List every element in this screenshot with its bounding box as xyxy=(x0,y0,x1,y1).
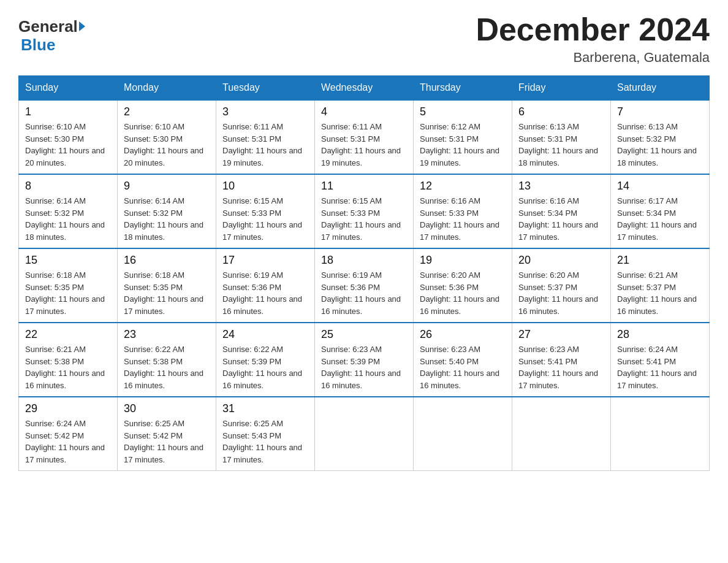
day-number: 17 xyxy=(222,254,308,267)
day-number: 1 xyxy=(25,105,111,118)
header-thursday: Thursday xyxy=(414,76,512,101)
day-number: 29 xyxy=(25,402,111,415)
header-saturday: Saturday xyxy=(611,76,710,101)
calendar-cell: 15 Sunrise: 6:18 AMSunset: 5:35 PMDaylig… xyxy=(19,248,118,323)
day-number: 6 xyxy=(518,105,604,118)
logo-blue-text: Blue xyxy=(21,36,55,54)
calendar-header-row: SundayMondayTuesdayWednesdayThursdayFrid… xyxy=(19,76,710,101)
day-number: 4 xyxy=(321,105,407,118)
header-tuesday: Tuesday xyxy=(216,76,315,101)
day-info: Sunrise: 6:22 AMSunset: 5:39 PMDaylight:… xyxy=(222,345,302,390)
day-number: 11 xyxy=(321,180,407,193)
calendar-week-row: 29 Sunrise: 6:24 AMSunset: 5:42 PMDaylig… xyxy=(19,397,710,471)
day-info: Sunrise: 6:18 AMSunset: 5:35 PMDaylight:… xyxy=(124,270,203,316)
header-wednesday: Wednesday xyxy=(315,76,414,101)
day-number: 24 xyxy=(222,328,308,341)
day-number: 9 xyxy=(124,180,210,193)
day-number: 7 xyxy=(617,105,703,118)
day-info: Sunrise: 6:14 AMSunset: 5:32 PMDaylight:… xyxy=(124,196,203,242)
day-number: 22 xyxy=(25,328,111,341)
day-info: Sunrise: 6:10 AMSunset: 5:30 PMDaylight:… xyxy=(25,122,105,167)
day-info: Sunrise: 6:15 AMSunset: 5:33 PMDaylight:… xyxy=(321,196,401,242)
day-number: 27 xyxy=(518,328,604,341)
day-number: 18 xyxy=(321,254,407,267)
day-number: 23 xyxy=(124,328,210,341)
day-number: 10 xyxy=(222,180,308,193)
day-info: Sunrise: 6:23 AMSunset: 5:40 PMDaylight:… xyxy=(420,345,499,390)
calendar-cell: 30 Sunrise: 6:25 AMSunset: 5:42 PMDaylig… xyxy=(118,397,216,471)
day-info: Sunrise: 6:25 AMSunset: 5:42 PMDaylight:… xyxy=(124,419,203,464)
calendar-cell: 31 Sunrise: 6:25 AMSunset: 5:43 PMDaylig… xyxy=(216,397,315,471)
day-number: 12 xyxy=(420,180,506,193)
day-info: Sunrise: 6:24 AMSunset: 5:42 PMDaylight:… xyxy=(25,419,105,464)
day-info: Sunrise: 6:20 AMSunset: 5:37 PMDaylight:… xyxy=(518,270,598,316)
day-number: 21 xyxy=(617,254,703,267)
calendar-cell: 12 Sunrise: 6:16 AMSunset: 5:33 PMDaylig… xyxy=(414,174,512,248)
day-number: 19 xyxy=(420,254,506,267)
day-info: Sunrise: 6:25 AMSunset: 5:43 PMDaylight:… xyxy=(222,419,302,464)
calendar-cell: 6 Sunrise: 6:13 AMSunset: 5:31 PMDayligh… xyxy=(512,100,611,174)
month-title: December 2024 xyxy=(476,12,710,47)
day-number: 2 xyxy=(124,105,210,118)
calendar-cell: 14 Sunrise: 6:17 AMSunset: 5:34 PMDaylig… xyxy=(611,174,710,248)
calendar-cell: 20 Sunrise: 6:20 AMSunset: 5:37 PMDaylig… xyxy=(512,248,611,323)
calendar-cell: 22 Sunrise: 6:21 AMSunset: 5:38 PMDaylig… xyxy=(19,323,118,397)
location-title: Barberena, Guatemala xyxy=(476,50,710,66)
calendar-cell: 7 Sunrise: 6:13 AMSunset: 5:32 PMDayligh… xyxy=(611,100,710,174)
calendar-cell: 18 Sunrise: 6:19 AMSunset: 5:36 PMDaylig… xyxy=(315,248,414,323)
calendar-cell: 2 Sunrise: 6:10 AMSunset: 5:30 PMDayligh… xyxy=(118,100,216,174)
day-info: Sunrise: 6:22 AMSunset: 5:38 PMDaylight:… xyxy=(124,345,203,390)
day-info: Sunrise: 6:23 AMSunset: 5:39 PMDaylight:… xyxy=(321,345,401,390)
calendar-cell: 25 Sunrise: 6:23 AMSunset: 5:39 PMDaylig… xyxy=(315,323,414,397)
calendar-cell xyxy=(611,397,710,471)
day-number: 16 xyxy=(124,254,210,267)
day-info: Sunrise: 6:21 AMSunset: 5:38 PMDaylight:… xyxy=(25,345,105,390)
day-info: Sunrise: 6:12 AMSunset: 5:31 PMDaylight:… xyxy=(420,122,499,167)
header-friday: Friday xyxy=(512,76,611,101)
calendar-table: SundayMondayTuesdayWednesdayThursdayFrid… xyxy=(18,75,710,471)
title-block: December 2024 Barberena, Guatemala xyxy=(476,12,710,66)
day-number: 13 xyxy=(518,180,604,193)
day-info: Sunrise: 6:10 AMSunset: 5:30 PMDaylight:… xyxy=(124,122,203,167)
calendar-cell: 3 Sunrise: 6:11 AMSunset: 5:31 PMDayligh… xyxy=(216,100,315,174)
calendar-cell xyxy=(512,397,611,471)
day-info: Sunrise: 6:16 AMSunset: 5:34 PMDaylight:… xyxy=(518,196,598,242)
calendar-cell: 4 Sunrise: 6:11 AMSunset: 5:31 PMDayligh… xyxy=(315,100,414,174)
calendar-cell: 17 Sunrise: 6:19 AMSunset: 5:36 PMDaylig… xyxy=(216,248,315,323)
calendar-cell: 1 Sunrise: 6:10 AMSunset: 5:30 PMDayligh… xyxy=(19,100,118,174)
day-info: Sunrise: 6:16 AMSunset: 5:33 PMDaylight:… xyxy=(420,196,499,242)
calendar-cell: 29 Sunrise: 6:24 AMSunset: 5:42 PMDaylig… xyxy=(19,397,118,471)
calendar-cell: 28 Sunrise: 6:24 AMSunset: 5:41 PMDaylig… xyxy=(611,323,710,397)
day-info: Sunrise: 6:15 AMSunset: 5:33 PMDaylight:… xyxy=(222,196,302,242)
logo-arrow-icon xyxy=(79,21,85,31)
calendar-cell: 21 Sunrise: 6:21 AMSunset: 5:37 PMDaylig… xyxy=(611,248,710,323)
logo-general-text: General xyxy=(18,18,78,34)
day-number: 15 xyxy=(25,254,111,267)
calendar-cell: 27 Sunrise: 6:23 AMSunset: 5:41 PMDaylig… xyxy=(512,323,611,397)
day-number: 25 xyxy=(321,328,407,341)
calendar-week-row: 22 Sunrise: 6:21 AMSunset: 5:38 PMDaylig… xyxy=(19,323,710,397)
day-info: Sunrise: 6:21 AMSunset: 5:37 PMDaylight:… xyxy=(617,270,697,316)
day-info: Sunrise: 6:19 AMSunset: 5:36 PMDaylight:… xyxy=(222,270,302,316)
calendar-cell xyxy=(315,397,414,471)
calendar-cell: 10 Sunrise: 6:15 AMSunset: 5:33 PMDaylig… xyxy=(216,174,315,248)
calendar-week-row: 1 Sunrise: 6:10 AMSunset: 5:30 PMDayligh… xyxy=(19,100,710,174)
day-number: 26 xyxy=(420,328,506,341)
calendar-week-row: 15 Sunrise: 6:18 AMSunset: 5:35 PMDaylig… xyxy=(19,248,710,323)
header-monday: Monday xyxy=(118,76,216,101)
day-info: Sunrise: 6:24 AMSunset: 5:41 PMDaylight:… xyxy=(617,345,697,390)
day-info: Sunrise: 6:14 AMSunset: 5:32 PMDaylight:… xyxy=(25,196,105,242)
day-number: 14 xyxy=(617,180,703,193)
day-info: Sunrise: 6:23 AMSunset: 5:41 PMDaylight:… xyxy=(518,345,598,390)
day-info: Sunrise: 6:11 AMSunset: 5:31 PMDaylight:… xyxy=(222,122,302,167)
calendar-cell: 5 Sunrise: 6:12 AMSunset: 5:31 PMDayligh… xyxy=(414,100,512,174)
header-sunday: Sunday xyxy=(19,76,118,101)
calendar-week-row: 8 Sunrise: 6:14 AMSunset: 5:32 PMDayligh… xyxy=(19,174,710,248)
calendar-cell: 8 Sunrise: 6:14 AMSunset: 5:32 PMDayligh… xyxy=(19,174,118,248)
day-number: 31 xyxy=(222,402,308,415)
day-info: Sunrise: 6:13 AMSunset: 5:32 PMDaylight:… xyxy=(617,122,697,167)
day-info: Sunrise: 6:17 AMSunset: 5:34 PMDaylight:… xyxy=(617,196,697,242)
calendar-cell: 19 Sunrise: 6:20 AMSunset: 5:36 PMDaylig… xyxy=(414,248,512,323)
day-number: 5 xyxy=(420,105,506,118)
calendar-cell: 13 Sunrise: 6:16 AMSunset: 5:34 PMDaylig… xyxy=(512,174,611,248)
